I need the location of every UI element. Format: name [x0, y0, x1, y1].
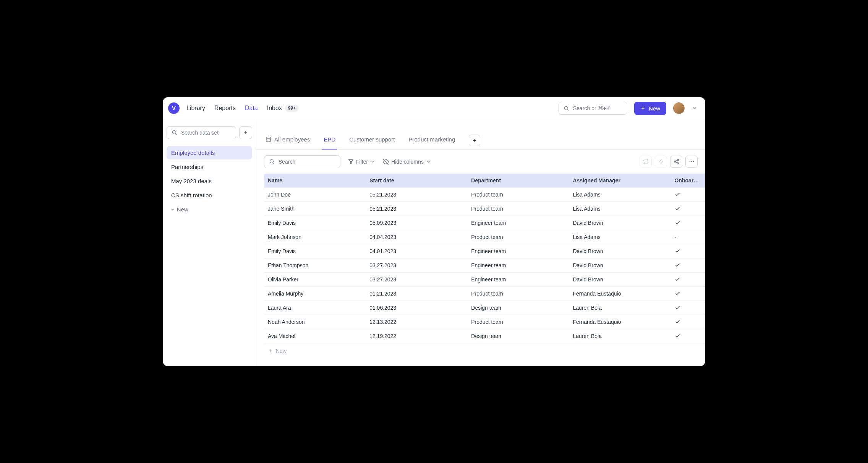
- tab-customer-support[interactable]: Customer support: [348, 132, 396, 149]
- table-row[interactable]: Emily Davis04.01.2023Engineer teamDavid …: [264, 244, 705, 258]
- tab-epd[interactable]: EPD: [322, 132, 337, 149]
- nav-library[interactable]: Library: [186, 105, 205, 112]
- avatar[interactable]: [673, 102, 685, 114]
- table-row[interactable]: Emily Davis05.09.2023Engineer teamDavid …: [264, 216, 705, 230]
- onboarding-cell[interactable]: [671, 329, 705, 343]
- table-cell[interactable]: Product team: [467, 315, 569, 329]
- sidebar-search-input[interactable]: [180, 129, 231, 136]
- new-button[interactable]: New: [634, 102, 666, 115]
- table-cell[interactable]: 01.06.2023: [366, 301, 467, 315]
- table-cell[interactable]: Engineer team: [467, 216, 569, 230]
- table-row[interactable]: Ava Mitchell12.19.2022Design teamLauren …: [264, 329, 705, 343]
- column-header[interactable]: Name: [264, 174, 366, 188]
- table-cell[interactable]: Amelia Murphy: [264, 286, 366, 301]
- global-search[interactable]: [559, 102, 627, 115]
- table-cell[interactable]: Engineer team: [467, 244, 569, 258]
- table-cell[interactable]: Lauren Bola: [569, 329, 670, 343]
- table-cell[interactable]: Design team: [467, 301, 569, 315]
- filter-button[interactable]: Filter: [348, 159, 375, 165]
- table-cell[interactable]: Lauren Bola: [569, 301, 670, 315]
- tab-product-marketing[interactable]: Product marketing: [407, 132, 457, 149]
- table-cell[interactable]: Emily Davis: [264, 244, 366, 258]
- table-row[interactable]: John Doe05.21.2023Product teamLisa Adams: [264, 187, 705, 201]
- table-row[interactable]: Mark Johnson04.04.2023Product teamLisa A…: [264, 230, 705, 244]
- onboarding-cell[interactable]: [671, 286, 705, 301]
- table-row[interactable]: Ethan Thompson03.27.2023Engineer teamDav…: [264, 258, 705, 272]
- table-cell[interactable]: David Brown: [569, 258, 670, 272]
- table-cell[interactable]: Engineer team: [467, 272, 569, 286]
- table-cell[interactable]: Jane Smith: [264, 201, 366, 216]
- table-cell[interactable]: 04.01.2023: [366, 244, 467, 258]
- add-tab-button[interactable]: [469, 135, 480, 146]
- table-cell[interactable]: 05.21.2023: [366, 201, 467, 216]
- more-button[interactable]: [685, 156, 698, 168]
- table-cell[interactable]: Design team: [467, 329, 569, 343]
- table-cell[interactable]: 01.21.2023: [366, 286, 467, 301]
- table-row[interactable]: Amelia Murphy01.21.2023Product teamFerna…: [264, 286, 705, 301]
- table-cell[interactable]: 03.27.2023: [366, 258, 467, 272]
- table-cell[interactable]: Lisa Adams: [569, 201, 670, 216]
- onboarding-cell[interactable]: [671, 244, 705, 258]
- table-cell[interactable]: 04.04.2023: [366, 230, 467, 244]
- table-cell[interactable]: Ava Mitchell: [264, 329, 366, 343]
- table-cell[interactable]: Mark Johnson: [264, 230, 366, 244]
- table-row[interactable]: Olivia Parker03.27.2023Engineer teamDavi…: [264, 272, 705, 286]
- table-search[interactable]: [264, 155, 340, 168]
- table-search-input[interactable]: [278, 158, 335, 165]
- onboarding-cell[interactable]: [671, 301, 705, 315]
- onboarding-cell[interactable]: [671, 272, 705, 286]
- onboarding-cell[interactable]: -: [671, 230, 705, 244]
- table-cell[interactable]: Engineer team: [467, 258, 569, 272]
- table-cell[interactable]: Olivia Parker: [264, 272, 366, 286]
- brand-logo[interactable]: V: [168, 102, 180, 114]
- table-cell[interactable]: Ethan Thompson: [264, 258, 366, 272]
- column-header[interactable]: Assigned Manager: [569, 174, 670, 188]
- global-search-input[interactable]: [572, 105, 622, 112]
- table-cell[interactable]: 05.09.2023: [366, 216, 467, 230]
- account-menu-chevron[interactable]: [691, 105, 698, 111]
- sidebar-item[interactable]: CS shift rotation: [167, 188, 252, 202]
- table-cell[interactable]: John Doe: [264, 187, 366, 201]
- nav-reports[interactable]: Reports: [214, 105, 236, 112]
- sidebar-search[interactable]: [167, 126, 236, 139]
- nav-inbox[interactable]: Inbox99+: [267, 105, 299, 112]
- tab-all-employees[interactable]: All employees: [264, 132, 311, 149]
- table-cell[interactable]: David Brown: [569, 244, 670, 258]
- table-cell[interactable]: Product team: [467, 230, 569, 244]
- share-button[interactable]: [670, 156, 682, 168]
- table-cell[interactable]: 05.21.2023: [366, 187, 467, 201]
- sidebar-item[interactable]: Partnerships: [167, 160, 252, 174]
- nav-data[interactable]: Data: [245, 105, 258, 112]
- table-cell[interactable]: Emily Davis: [264, 216, 366, 230]
- add-row-button[interactable]: New: [264, 343, 705, 359]
- column-header[interactable]: Onboarding: [671, 174, 705, 188]
- table-cell[interactable]: Fernanda Eustaquio: [569, 286, 670, 301]
- table-cell[interactable]: Lisa Adams: [569, 230, 670, 244]
- table-cell[interactable]: Product team: [467, 286, 569, 301]
- onboarding-cell[interactable]: [671, 216, 705, 230]
- table-cell[interactable]: David Brown: [569, 216, 670, 230]
- table-row[interactable]: Laura Ara01.06.2023Design teamLauren Bol…: [264, 301, 705, 315]
- column-header[interactable]: Department: [467, 174, 569, 188]
- column-header[interactable]: Start date: [366, 174, 467, 188]
- sidebar-item[interactable]: Employee details: [167, 146, 252, 159]
- table-cell[interactable]: Lisa Adams: [569, 187, 670, 201]
- table-cell[interactable]: Noah Anderson: [264, 315, 366, 329]
- sidebar-new-item[interactable]: + New: [167, 203, 252, 216]
- table-cell[interactable]: Product team: [467, 201, 569, 216]
- onboarding-cell[interactable]: [671, 258, 705, 272]
- sidebar-add-button[interactable]: [239, 126, 252, 139]
- table-cell[interactable]: Laura Ara: [264, 301, 366, 315]
- onboarding-cell[interactable]: [671, 201, 705, 216]
- onboarding-cell[interactable]: [671, 315, 705, 329]
- table-cell[interactable]: Product team: [467, 187, 569, 201]
- onboarding-cell[interactable]: [671, 187, 705, 201]
- table-row[interactable]: Noah Anderson12.13.2022Product teamFerna…: [264, 315, 705, 329]
- hide-columns-button[interactable]: Hide columns: [383, 159, 431, 165]
- table-cell[interactable]: 12.13.2022: [366, 315, 467, 329]
- table-cell[interactable]: David Brown: [569, 272, 670, 286]
- table-row[interactable]: Jane Smith05.21.2023Product teamLisa Ada…: [264, 201, 705, 216]
- table-cell[interactable]: Fernanda Eustaquio: [569, 315, 670, 329]
- table-cell[interactable]: 12.19.2022: [366, 329, 467, 343]
- table-cell[interactable]: 03.27.2023: [366, 272, 467, 286]
